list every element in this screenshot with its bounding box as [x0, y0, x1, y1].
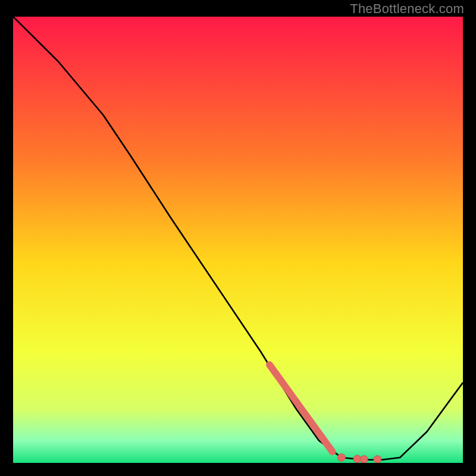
highlight-dot: [360, 456, 368, 463]
highlight-dot: [374, 456, 381, 463]
chart-wrap: TheBottleneck.com: [0, 0, 476, 476]
chart-plot: [13, 17, 463, 463]
gradient-background: [13, 17, 463, 463]
highlight-dot: [337, 454, 345, 462]
watermark-label: TheBottleneck.com: [350, 1, 464, 17]
highlight-dot: [353, 455, 361, 463]
